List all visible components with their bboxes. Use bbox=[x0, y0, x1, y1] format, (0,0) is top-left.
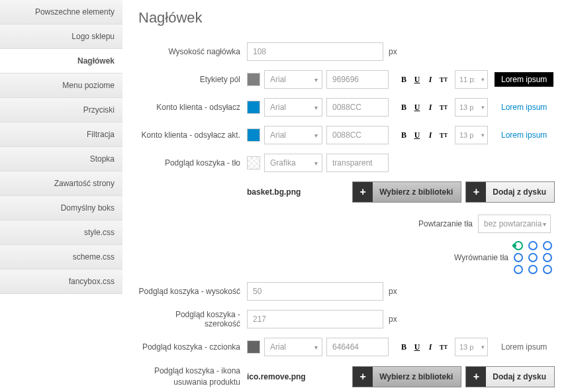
nav-item-filtracja[interactable]: Filtracja bbox=[0, 122, 122, 147]
underline-button[interactable]: U bbox=[411, 101, 423, 113]
preview-basket: Lorem ipsum bbox=[495, 340, 553, 354]
label-icon: Podgląd koszyka - ikona usuwania produkt… bbox=[138, 366, 247, 388]
swatch-account-act[interactable] bbox=[247, 128, 260, 142]
nav-item-przyciski[interactable]: Przyciski bbox=[0, 98, 122, 122]
bg-filename: basket.bg.png bbox=[247, 187, 348, 197]
italic-button[interactable]: I bbox=[424, 101, 436, 113]
nav-item-scheme[interactable]: scheme.css bbox=[0, 245, 122, 270]
format-group-account-act: B U I TT bbox=[398, 129, 450, 141]
plus-icon: + bbox=[466, 367, 486, 387]
unit-px: px bbox=[389, 315, 397, 324]
label-repeat: Powtarzanie tła bbox=[418, 219, 473, 228]
input-basket-h[interactable] bbox=[247, 282, 383, 301]
nav-item-logo[interactable]: Logo sklepu bbox=[0, 24, 122, 49]
plus-icon: + bbox=[466, 182, 486, 202]
nav-item-boks[interactable]: Domyślny boks bbox=[0, 196, 122, 220]
label-account-act: Konto klienta - odsyłacz akt. bbox=[138, 130, 247, 140]
align-tr[interactable] bbox=[543, 241, 552, 250]
select-labels-font[interactable]: Arial bbox=[264, 70, 322, 89]
input-basket-w[interactable] bbox=[247, 310, 383, 328]
textsize-button[interactable]: TT bbox=[438, 129, 450, 141]
label-account: Konto klienta - odsyłacz bbox=[138, 103, 247, 112]
preview-account: Lorem ipsum bbox=[495, 100, 553, 115]
textsize-button[interactable]: TT bbox=[438, 341, 450, 353]
input-basket-hex[interactable] bbox=[326, 338, 389, 356]
btn-choose-library[interactable]: +Wybierz z biblioteki bbox=[352, 181, 461, 203]
btn-choose-library-2[interactable]: +Wybierz z biblioteki bbox=[352, 366, 461, 387]
select-account-size[interactable]: 13 p bbox=[455, 98, 488, 117]
plus-icon: + bbox=[353, 182, 373, 202]
icon-filename: ico.remove.png bbox=[247, 372, 348, 381]
input-height[interactable] bbox=[247, 42, 383, 61]
nav-item-stopka[interactable]: Stopka bbox=[0, 147, 122, 172]
textsize-button[interactable]: TT bbox=[438, 101, 450, 113]
unit-px: px bbox=[389, 47, 397, 56]
select-labels-size[interactable]: 11 p: bbox=[455, 70, 488, 89]
align-bl[interactable] bbox=[514, 265, 523, 274]
italic-button[interactable]: I bbox=[424, 74, 436, 85]
swatch-account[interactable] bbox=[247, 101, 260, 114]
nav-item-style[interactable]: style.css bbox=[0, 220, 122, 245]
italic-button[interactable]: I bbox=[424, 341, 436, 353]
input-bg-hex[interactable] bbox=[326, 154, 389, 172]
bold-button[interactable]: B bbox=[398, 101, 410, 113]
input-account-act-hex[interactable] bbox=[326, 126, 389, 144]
label-height: Wysokość nagłówka bbox=[138, 47, 247, 56]
select-basket-font[interactable]: Arial bbox=[264, 338, 322, 356]
align-mc[interactable] bbox=[528, 253, 538, 262]
select-account-act-size[interactable]: 13 p bbox=[455, 126, 488, 144]
nav-item-fancybox[interactable]: fancybox.css bbox=[0, 270, 122, 294]
label-bg: Podgląd koszyka - tło bbox=[138, 158, 247, 168]
align-bc[interactable] bbox=[528, 265, 538, 274]
format-group-basket: B U I TT bbox=[398, 341, 450, 353]
nav-item-zawartosc[interactable]: Zawartość strony bbox=[0, 172, 122, 196]
underline-button[interactable]: U bbox=[411, 129, 423, 141]
nav-item-menu[interactable]: Menu poziome bbox=[0, 74, 122, 98]
align-tc[interactable] bbox=[528, 241, 538, 250]
swatch-bg[interactable] bbox=[247, 156, 260, 170]
format-group-labels: B U I TT bbox=[398, 74, 450, 85]
label-basket-font: Podgląd koszyka - czcionka bbox=[138, 342, 247, 352]
bold-button[interactable]: B bbox=[398, 74, 410, 85]
bold-button[interactable]: B bbox=[398, 341, 410, 353]
underline-button[interactable]: U bbox=[411, 341, 423, 353]
select-repeat[interactable]: bez powtarzania bbox=[478, 215, 551, 233]
label-align: Wyrównanie tła bbox=[454, 253, 508, 262]
nav-item-naglowek[interactable]: Nagłówek bbox=[0, 49, 122, 74]
input-account-hex[interactable] bbox=[326, 98, 389, 117]
main-panel: Nagłówek Wysokość nagłówka px Etykiety p… bbox=[122, 0, 568, 392]
select-basket-size[interactable]: 13 p bbox=[455, 338, 488, 356]
sidebar: Powszechne elementy Logo sklepu Nagłówek… bbox=[0, 0, 122, 392]
format-group-account: B U I TT bbox=[398, 101, 450, 113]
align-mr[interactable] bbox=[543, 253, 552, 262]
bold-button[interactable]: B bbox=[398, 129, 410, 141]
label-fields: Etykiety pól bbox=[138, 75, 247, 84]
select-bg-type[interactable]: Grafika bbox=[264, 154, 322, 172]
align-tl[interactable] bbox=[514, 241, 523, 250]
btn-add-disk[interactable]: +Dodaj z dysku bbox=[465, 181, 555, 203]
align-br[interactable] bbox=[543, 265, 552, 274]
btn-add-disk-2[interactable]: +Dodaj z dysku bbox=[465, 366, 555, 387]
nav-item-powszechne[interactable]: Powszechne elementy bbox=[0, 0, 122, 24]
align-grid bbox=[514, 241, 555, 274]
unit-px: px bbox=[389, 287, 397, 296]
select-account-font[interactable]: Arial bbox=[264, 98, 322, 117]
swatch-labels[interactable] bbox=[247, 73, 260, 86]
page-title: Nagłówek bbox=[138, 9, 555, 26]
plus-icon: + bbox=[353, 367, 373, 387]
label-basket-h: Podgląd koszyka - wysokość bbox=[138, 287, 247, 296]
input-labels-hex[interactable] bbox=[326, 70, 389, 89]
textsize-button[interactable]: TT bbox=[438, 74, 450, 85]
align-ml[interactable] bbox=[514, 253, 523, 262]
swatch-basket[interactable] bbox=[247, 340, 260, 354]
label-basket-w: Podgląd koszyka - szerokość bbox=[138, 310, 247, 328]
underline-button[interactable]: U bbox=[411, 74, 423, 85]
italic-button[interactable]: I bbox=[424, 129, 436, 141]
preview-labels: Lorem ipsum bbox=[495, 72, 553, 87]
select-account-act-font[interactable]: Arial bbox=[264, 126, 322, 144]
preview-account-act: Lorem ipsum bbox=[495, 128, 553, 142]
